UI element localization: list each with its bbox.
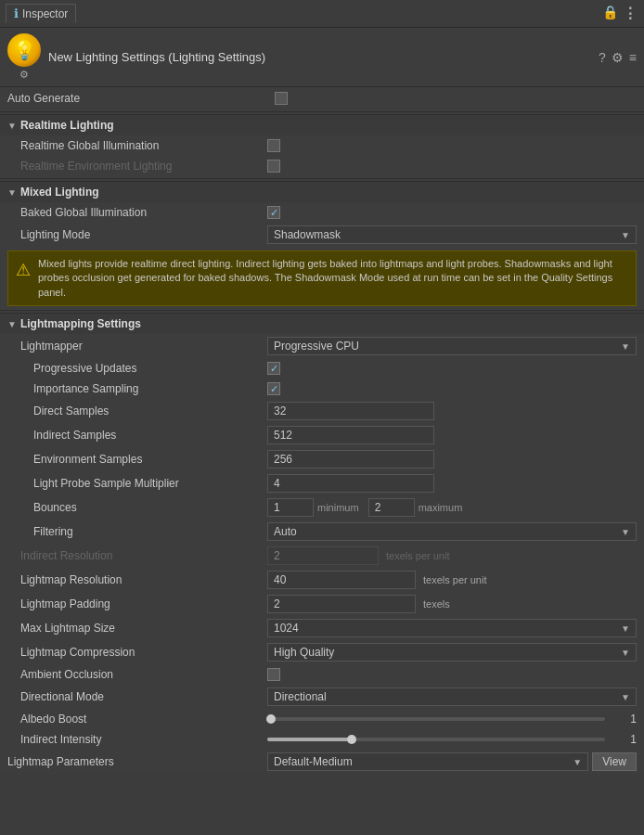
lighting-mode-label: Lighting Mode <box>7 228 267 241</box>
lightmap-parameters-row: Lightmap Parameters Default-Medium ▼ Vie… <box>0 750 644 774</box>
lightmap-padding-input[interactable]: 2 <box>267 595 416 613</box>
lightmapper-value: Progressive CPU ▼ <box>267 337 637 355</box>
mixed-lighting-label: Mixed Lighting <box>20 186 99 199</box>
indirect-samples-input[interactable]: 512 <box>267 426 434 444</box>
title-bar: ℹ Inspector 🔒 ⋮ <box>0 0 644 28</box>
albedo-boost-label: Albedo Boost <box>7 713 267 726</box>
lightmap-padding-label: Lightmap Padding <box>7 597 267 610</box>
mixed-lighting-section[interactable]: ▼ Mixed Lighting <box>0 181 644 202</box>
auto-generate-label: Auto Generate <box>7 92 267 105</box>
realtime-gi-label: Realtime Global Illumination <box>7 139 267 152</box>
lightmapper-label: Lightmapper <box>7 340 267 353</box>
lightmap-compression-row: Lightmap Compression High Quality ▼ <box>0 640 644 664</box>
lightmapper-arrow: ▼ <box>621 341 630 352</box>
baked-gi-label: Baked Global Illumination <box>7 206 267 219</box>
albedo-boost-value: 1 <box>267 713 637 726</box>
indirect-resolution-label: Indirect Resolution <box>7 549 267 562</box>
albedo-boost-slider[interactable]: 1 <box>267 713 637 726</box>
lock-icon[interactable]: 🔒 <box>601 5 618 22</box>
lightmap-parameters-option: Default-Medium <box>274 755 353 768</box>
bounces-max-label: maximum <box>419 502 463 513</box>
bounces-max-input[interactable]: 2 <box>368 498 415 517</box>
directional-mode-label: Directional Mode <box>7 690 267 703</box>
bounces-value: 1 minimum 2 maximum <box>267 498 637 517</box>
filtering-dropdown[interactable]: Auto ▼ <box>267 522 637 541</box>
settings-button[interactable]: ⚙ <box>612 50 624 65</box>
indirect-intensity-slider[interactable]: 1 <box>267 733 637 746</box>
more-button[interactable]: ≡ <box>629 50 637 65</box>
indirect-intensity-track <box>267 738 605 741</box>
inspector-tab[interactable]: ℹ Inspector <box>6 4 76 23</box>
realtime-arrow: ▼ <box>7 121 17 131</box>
lighting-mode-arrow: ▼ <box>621 230 630 240</box>
bounces-label: Bounces <box>7 501 267 514</box>
header-title: New Lighting Settings (Lighting Settings… <box>48 50 591 64</box>
importance-sampling-value <box>267 382 637 395</box>
progressive-updates-checkbox[interactable] <box>267 362 280 375</box>
baked-gi-row: Baked Global Illumination <box>0 202 644 223</box>
filtering-label: Filtering <box>7 525 267 538</box>
max-lightmap-size-dropdown[interactable]: 1024 ▼ <box>267 619 637 637</box>
indirect-samples-row: Indirect Samples 512 <box>0 423 644 447</box>
indirect-resolution-unit: texels per unit <box>386 550 449 561</box>
light-probe-mult-label: Light Probe Sample Multiplier <box>7 477 267 490</box>
lightmap-compression-option: High Quality <box>274 646 334 659</box>
lightmap-parameters-dropdown[interactable]: Default-Medium ▼ <box>267 752 588 771</box>
lightmapping-section[interactable]: ▼ Lightmapping Settings <box>0 313 644 334</box>
filtering-option: Auto <box>274 525 297 538</box>
lightmapping-label: Lightmapping Settings <box>20 317 141 330</box>
progressive-updates-row: Progressive Updates <box>0 358 644 379</box>
lightmap-compression-dropdown[interactable]: High Quality ▼ <box>267 643 637 662</box>
lightmap-compression-label: Lightmap Compression <box>7 646 267 659</box>
progressive-updates-value <box>267 362 637 375</box>
lighting-icon: 💡 <box>7 33 41 67</box>
light-probe-mult-input[interactable]: 4 <box>267 474 434 493</box>
lighting-mode-dropdown[interactable]: Shadowmask ▼ <box>267 225 637 244</box>
lightmap-parameters-label: Lightmap Parameters <box>7 755 267 768</box>
header-actions: ? ⚙ ≡ <box>599 50 637 65</box>
auto-generate-checkbox[interactable] <box>275 92 288 105</box>
realtime-env-checkbox[interactable] <box>267 160 280 173</box>
view-button[interactable]: View <box>592 752 637 771</box>
info-text: Mixed lights provide realtime direct lig… <box>38 257 628 300</box>
lightmapper-row: Lightmapper Progressive CPU ▼ <box>0 334 644 358</box>
direct-samples-input[interactable]: 32 <box>267 402 434 420</box>
mixed-arrow: ▼ <box>7 187 17 198</box>
lightmap-parameters-value: Default-Medium ▼ View <box>267 752 637 771</box>
importance-sampling-checkbox[interactable] <box>267 382 280 395</box>
environment-samples-label: Environment Samples <box>7 453 267 466</box>
indirect-samples-value: 512 <box>267 426 637 444</box>
direct-samples-row: Direct Samples 32 <box>0 399 644 423</box>
importance-sampling-label: Importance Sampling <box>7 382 267 395</box>
indirect-intensity-display: 1 <box>611 733 637 746</box>
lightmapper-dropdown[interactable]: Progressive CPU ▼ <box>267 337 637 355</box>
realtime-gi-value <box>267 139 637 152</box>
indirect-intensity-label: Indirect Intensity <box>7 733 267 746</box>
realtime-gi-checkbox[interactable] <box>267 139 280 152</box>
header-area: 💡 ⚙ New Lighting Settings (Lighting Sett… <box>0 28 644 87</box>
progressive-updates-label: Progressive Updates <box>7 362 267 375</box>
tab-label: Inspector <box>22 7 68 20</box>
directional-mode-value: Directional ▼ <box>267 687 637 706</box>
realtime-env-row: Realtime Environment Lighting <box>0 156 644 176</box>
albedo-boost-row: Albedo Boost 1 <box>0 709 644 729</box>
lightmap-resolution-input[interactable]: 40 <box>267 571 416 589</box>
albedo-boost-thumb[interactable] <box>266 714 276 724</box>
bounces-min-input[interactable]: 1 <box>267 498 314 517</box>
ambient-occlusion-checkbox[interactable] <box>267 668 280 681</box>
lighting-mode-value: Shadowmask ▼ <box>267 225 637 244</box>
realtime-lighting-section[interactable]: ▼ Realtime Lighting <box>0 114 644 135</box>
direct-samples-value: 32 <box>267 402 637 420</box>
ambient-occlusion-row: Ambient Occlusion <box>0 664 644 685</box>
menu-icon[interactable]: ⋮ <box>622 5 638 22</box>
indirect-resolution-input[interactable]: 2 <box>267 546 379 565</box>
indirect-intensity-thumb[interactable] <box>347 735 356 744</box>
indirect-intensity-row: Indirect Intensity 1 <box>0 729 644 750</box>
filtering-value: Auto ▼ <box>267 522 637 541</box>
lightmap-padding-row: Lightmap Padding 2 texels <box>0 592 644 616</box>
baked-gi-value <box>267 206 637 219</box>
environment-samples-input[interactable]: 256 <box>267 450 434 469</box>
directional-mode-dropdown[interactable]: Directional ▼ <box>267 687 637 706</box>
help-button[interactable]: ? <box>599 50 606 65</box>
baked-gi-checkbox[interactable] <box>267 206 280 219</box>
